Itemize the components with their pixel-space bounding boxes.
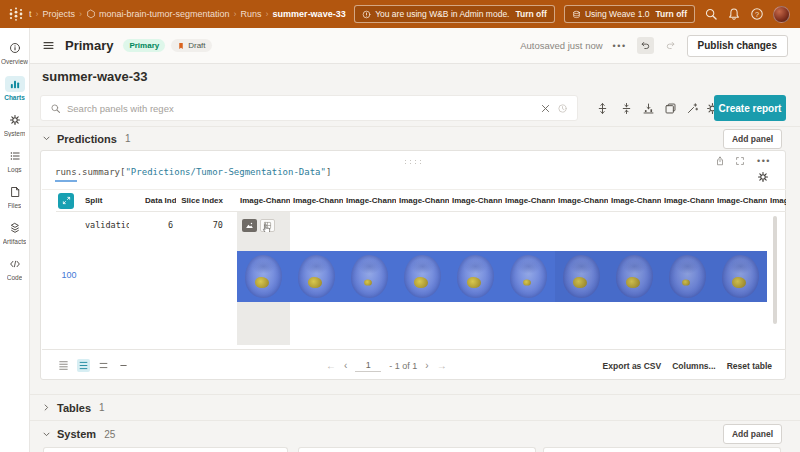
chevron-down-icon[interactable] xyxy=(42,134,51,143)
brain-mri-thumbnail[interactable] xyxy=(449,251,502,302)
sidebar-item-charts[interactable]: Charts xyxy=(0,76,30,101)
column-header-image-channel[interactable]: Image-Channe xyxy=(396,196,449,205)
collapse-panels-icon[interactable] xyxy=(620,102,633,115)
column-header-image-channel[interactable]: Image-Channe xyxy=(237,196,290,205)
reset-table-button[interactable]: Reset table xyxy=(727,361,772,371)
fullscreen-icon[interactable] xyxy=(735,156,745,166)
column-header-image-channel[interactable]: Image-Channe xyxy=(343,196,396,205)
media-strip[interactable] xyxy=(237,251,767,302)
column-header-image-channel[interactable]: Image-Channe xyxy=(767,196,786,205)
panel-search-box[interactable] xyxy=(40,95,578,121)
section-tables-name[interactable]: Tables xyxy=(57,402,91,414)
breadcrumb-item[interactable]: Runs xyxy=(241,9,262,19)
column-header-image-channel[interactable]: Image-Channe xyxy=(290,196,343,205)
magic-wand-icon[interactable] xyxy=(686,102,699,115)
table-vertical-scrollbar[interactable] xyxy=(773,216,777,324)
brain-mri-thumbnail[interactable] xyxy=(237,251,290,302)
create-report-button[interactable]: Create report xyxy=(714,95,786,121)
sidebar-item-code[interactable]: Code xyxy=(0,256,30,281)
panel-expression[interactable]: runs.summary["Predictions/Tumor-Segmenta… xyxy=(55,167,331,177)
row-density-medium-icon[interactable] xyxy=(77,359,90,372)
page-number-input[interactable] xyxy=(355,359,381,372)
add-panel-button-system[interactable]: Add panel xyxy=(723,424,782,444)
share-export-icon[interactable] xyxy=(715,156,725,166)
notifications-bell-icon[interactable] xyxy=(727,7,741,21)
column-header-image-channel[interactable]: Image-Channe xyxy=(714,196,767,205)
weave-banner[interactable]: Using Weave 1.0 Turn off xyxy=(564,5,695,23)
main-content: summer-wave-33 Create report Predictions… xyxy=(30,64,800,452)
next-page-icon[interactable]: › xyxy=(425,360,428,371)
pagination: ← ‹ - 1 of 1 › → xyxy=(326,350,447,381)
step-label[interactable]: 100 xyxy=(56,270,82,280)
wandb-logo-icon[interactable] xyxy=(8,6,24,22)
section-system-name[interactable]: System xyxy=(57,428,96,440)
column-header-image-channel[interactable]: Image-Channe xyxy=(449,196,502,205)
panel-more-options-button[interactable]: ••• xyxy=(755,156,773,166)
brain-mri-thumbnail[interactable] xyxy=(343,251,396,302)
last-page-arrow-icon[interactable]: → xyxy=(437,360,447,371)
cell-slice-index: 70 xyxy=(176,220,226,230)
undo-button[interactable] xyxy=(637,37,654,54)
panel-settings-gear-icon[interactable] xyxy=(757,171,769,183)
column-header-image-channel[interactable]: Image-Channe xyxy=(555,196,608,205)
brain-mri-thumbnail[interactable] xyxy=(290,251,343,302)
column-header-slice-index[interactable]: Slice Index xyxy=(176,196,226,205)
chevron-right-icon[interactable] xyxy=(42,403,51,412)
row-density-compact-icon[interactable] xyxy=(57,359,70,372)
previous-page-icon[interactable]: ‹ xyxy=(344,360,347,371)
project-icon xyxy=(86,9,96,19)
brain-mri-thumbnail[interactable] xyxy=(502,251,555,302)
weave-turn-off-button[interactable]: Turn off xyxy=(656,9,687,19)
more-options-button[interactable]: ••• xyxy=(611,41,629,51)
redo-button[interactable] xyxy=(662,37,679,54)
first-page-arrow-icon[interactable]: ← xyxy=(326,360,336,371)
breadcrumb-item[interactable]: Projects xyxy=(43,9,76,19)
brain-mri-thumbnail[interactable] xyxy=(555,251,608,302)
brain-mri-thumbnail[interactable] xyxy=(714,251,767,302)
row-density-single-icon[interactable] xyxy=(117,359,130,372)
brain-mri-thumbnail[interactable] xyxy=(396,251,449,302)
x-axis-settings-icon[interactable] xyxy=(642,102,655,115)
row-density-tall-icon[interactable] xyxy=(97,359,110,372)
clear-search-icon[interactable] xyxy=(540,103,551,114)
brain-mri-thumbnail[interactable] xyxy=(608,251,661,302)
publish-changes-button[interactable]: Publish changes xyxy=(687,35,788,57)
columns-button[interactable]: Columns... xyxy=(672,361,715,371)
breadcrumb-item[interactable]: t xyxy=(29,9,32,19)
chevron-down-icon[interactable] xyxy=(42,430,51,439)
expand-panels-icon[interactable] xyxy=(596,102,609,115)
column-header-image-channel[interactable]: Image-Channe xyxy=(608,196,661,205)
table-corner-cell xyxy=(56,193,82,209)
sidebar-item-artifacts[interactable]: Artifacts xyxy=(0,220,30,245)
section-predictions-name[interactable]: Predictions xyxy=(57,133,117,145)
breadcrumb-item[interactable]: summer-wave-33 xyxy=(273,9,346,19)
panel-search-input[interactable] xyxy=(67,103,534,114)
sidebar-item-overview[interactable]: Overview xyxy=(0,40,30,65)
image-view-button[interactable] xyxy=(242,219,257,232)
column-header-split[interactable]: Split xyxy=(82,196,142,205)
admin-mode-banner[interactable]: You are using W&B in Admin mode. Turn of… xyxy=(354,5,555,23)
breadcrumb-item[interactable]: monai-brain-tumor-segmentation xyxy=(86,9,230,19)
column-header-image-channel[interactable]: Image-Channe xyxy=(661,196,714,205)
sidebar-item-logs[interactable]: Logs xyxy=(0,148,30,173)
sidebar-item-system[interactable]: System xyxy=(0,112,30,137)
code-icon-glyph xyxy=(9,258,21,270)
help-icon[interactable]: ? xyxy=(750,7,764,21)
history-icon[interactable] xyxy=(557,103,568,114)
cell-split: validation xyxy=(82,220,142,231)
sidebar-item-files[interactable]: Files xyxy=(0,184,30,209)
drag-handle-icon[interactable] xyxy=(403,159,425,164)
column-header-image-channel[interactable]: Image-Channe xyxy=(502,196,555,205)
column-header-data-index[interactable]: Data Index xyxy=(142,196,176,205)
search-icon[interactable] xyxy=(704,7,718,21)
mask-toggle-button[interactable] xyxy=(260,219,275,232)
menu-hamburger-icon[interactable] xyxy=(42,39,55,52)
export-csv-button[interactable]: Export as CSV xyxy=(603,361,662,371)
admin-turn-off-button[interactable]: Turn off xyxy=(515,9,546,19)
sidebar-item-label: Charts xyxy=(4,94,25,101)
expand-table-button[interactable] xyxy=(58,193,74,209)
add-panel-button-predictions[interactable]: Add panel xyxy=(723,129,782,149)
brain-mri-thumbnail[interactable] xyxy=(661,251,714,302)
user-avatar[interactable] xyxy=(773,6,790,23)
panels-layout-icon[interactable] xyxy=(664,102,677,115)
